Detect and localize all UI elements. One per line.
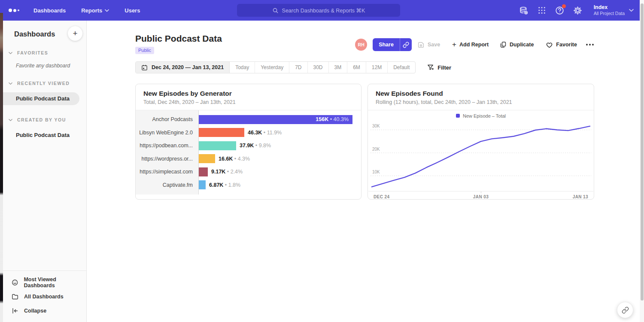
sidebar: Dashboards + FAVORITES Favorite any dash… [3,21,87,322]
date-range-button[interactable]: Dec 24, 2020 — Jan 13, 2021 [136,62,230,73]
more-dots-icon [586,43,594,46]
top-nav: Dashboards Reports Users Search Dashboar… [0,0,644,21]
chevron-down-icon [105,9,109,12]
sidebar-item-public-podcast-data[interactable]: Public Podcast Data [3,92,79,105]
duplicate-icon [500,41,507,48]
legend-swatch [456,114,460,118]
bar-value-label: 37.9K • 9.8% [240,143,271,149]
share-button[interactable]: Share [373,38,412,51]
date-preset-6m[interactable]: 6M [347,62,366,73]
avatar[interactable]: RH [355,39,367,51]
date-preset-default[interactable]: Default [388,62,415,73]
section-created-by-you[interactable]: CREATED BY YOU [3,117,86,122]
bar-row: https://wordpress.or...16.6K • 4.3% [136,152,361,166]
scrollbar-thumb[interactable] [641,3,644,301]
project-selector[interactable]: Index All Project Data [594,4,634,17]
bar-row: Captivate.fm6.87K • 1.8% [136,179,361,192]
x-tick-mark [481,191,481,193]
favorite-button[interactable]: Favorite [546,41,577,49]
card-subtitle: Rolling (12 hours), total, Dec 24th, 202… [376,99,586,105]
search-input[interactable]: Search Dashboards & Reports ⌘K [237,4,400,17]
collapse-sidebar-button[interactable]: Collapse [3,304,86,318]
date-presets: TodayYesterday7D30D3M6M12MDefault [230,62,415,73]
card-title: New Episodes Found [376,90,586,97]
smiley-icon [12,279,18,286]
more-options-button[interactable] [586,43,594,46]
duplicate-button[interactable]: Duplicate [500,41,534,48]
link-icon [622,307,629,314]
x-axis: DEC 24 JAN 03 JAN 13 [368,191,593,200]
bar-segment[interactable] [199,154,215,163]
bar-row: https://simplecast.com9.17K • 2.4% [136,165,361,179]
search-icon [272,7,279,14]
bar-segment[interactable] [199,180,206,189]
nav-users[interactable]: Users [125,7,140,14]
data-management-icon[interactable] [519,6,529,15]
mixpanel-logo-icon[interactable] [9,9,23,12]
copy-share-link-button[interactable] [400,38,412,51]
bar-value-label: 9.17K • 2.4% [211,169,243,175]
y-tick-label: 20K [372,147,380,152]
bar-category-label: Libsyn WebEngine 2.0 [136,130,199,136]
public-badge: Public [135,47,154,54]
date-preset-today[interactable]: Today [230,62,255,73]
add-dashboard-button[interactable]: + [68,26,82,41]
x-tick-label: JAN 13 [573,194,588,199]
apps-grid-icon[interactable] [537,6,547,15]
bar-segment[interactable] [199,167,208,176]
bar-category-label: https://simplecast.com [136,169,199,175]
section-favorites[interactable]: FAVORITES [3,50,86,55]
page-title: Public Podcast Data [135,33,222,44]
save-button[interactable]: Save [417,41,440,49]
line-series[interactable] [372,126,590,187]
link-icon [403,42,409,48]
sidebar-item-public-podcast-data-created[interactable]: Public Podcast Data [3,129,86,142]
chart-legend: New Episode – Total [368,110,594,121]
legend-label: New Episode – Total [463,113,506,118]
save-icon [417,41,425,49]
bar-segment[interactable] [199,141,236,150]
help-icon[interactable] [555,6,565,15]
date-preset-12m[interactable]: 12M [366,62,388,73]
date-preset-yesterday[interactable]: Yesterday [255,62,289,73]
chevron-down-icon [9,82,12,85]
bar-segment[interactable] [199,128,244,137]
plus-icon: + [452,41,456,48]
main-content: Public Podcast Data Public RH Share Save… [87,21,640,322]
bar-category-label: https://podbean.com... [136,143,199,149]
nav-dashboards[interactable]: Dashboards [33,7,66,14]
card-new-episodes-found: New Episodes Found Rolling (12 hours), t… [368,84,594,200]
settings-gear-icon[interactable] [573,6,583,15]
add-report-button[interactable]: + Add Report [452,42,489,48]
bar-value-label: 16.6K • 4.3% [219,156,250,162]
page-scrollbar [640,0,644,322]
bar-chart: Anchor Podcasts156K • 40.3%Libsyn WebEng… [136,110,361,194]
bar-row: https://podbean.com...37.9K • 9.8% [136,139,361,152]
bar-value-label: 46.3K • 11.9% [248,130,282,136]
most-viewed-dashboards-button[interactable]: Most Viewed Dashboards [3,275,86,289]
y-tick-label: 10K [372,170,380,174]
heart-icon [546,41,553,49]
card-title: New Episodes by Generator [143,90,353,97]
bar-category-label: Captivate.fm [136,182,199,188]
floating-share-link-button[interactable] [617,302,633,318]
bar-row: Libsyn WebEngine 2.046.3K • 11.9% [136,126,361,140]
chevron-down-icon [629,9,634,12]
date-preset-30d[interactable]: 30D [308,62,329,73]
desktop-edge-strip [0,13,3,322]
nav-reports[interactable]: Reports [81,7,109,14]
collapse-left-icon [12,307,18,314]
date-preset-7d[interactable]: 7D [289,62,307,73]
date-preset-3m[interactable]: 3M [329,62,348,73]
calendar-icon [141,64,148,71]
line-chart: 10K20K30K [371,121,591,191]
bar-value-label: 156K • 40.3% [316,116,349,122]
project-name: Index [594,4,625,11]
filter-button[interactable]: Filter [427,64,451,71]
bar-category-label: Anchor Podcasts [136,116,199,122]
bar-segment[interactable]: 156K • 40.3% [199,115,352,124]
section-recently-viewed[interactable]: RECENTLY VIEWED [3,81,86,86]
search-placeholder: Search Dashboards & Reports ⌘K [282,7,365,14]
all-dashboards-button[interactable]: All Dashboards [3,289,86,304]
x-tick-label: JAN 03 [473,194,489,199]
